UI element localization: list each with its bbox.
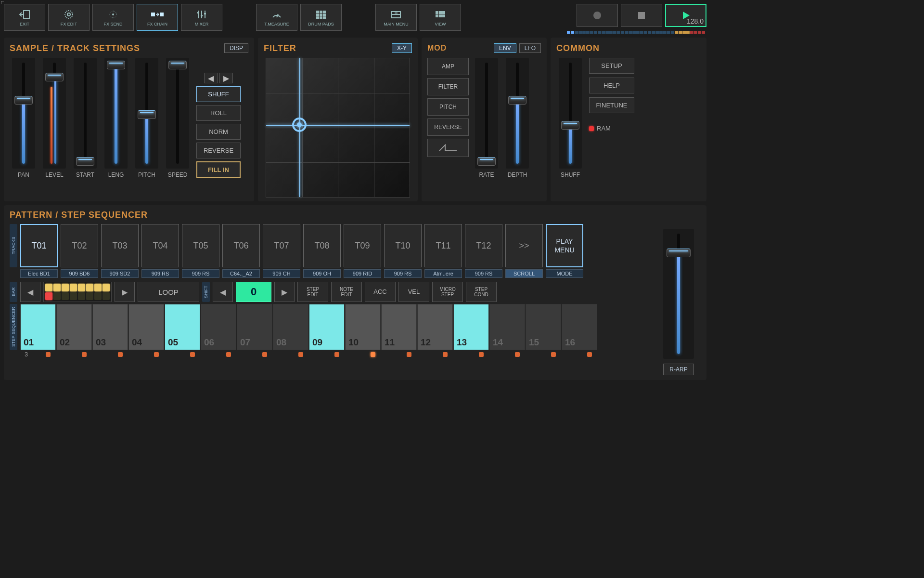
record-button[interactable] (577, 4, 618, 27)
step-button-03[interactable]: 03 (92, 304, 128, 350)
track-name: 909 BD6 (61, 269, 98, 278)
view-grid-icon (435, 8, 446, 21)
pitch-slider[interactable] (135, 58, 158, 169)
mode-label[interactable]: MODE (546, 269, 583, 278)
step-button-15[interactable]: 15 (526, 304, 561, 350)
fx-edit-button[interactable]: FX EDIT (48, 4, 90, 31)
mod-reverse-button[interactable]: REVERSE (427, 118, 469, 136)
shift-prev-button[interactable]: ◀ (213, 282, 233, 302)
reverse-button[interactable]: REVERSE (196, 143, 241, 158)
step-edit-button[interactable]: STEPEDIT (297, 282, 328, 302)
svg-rect-17 (316, 13, 319, 16)
level-slider[interactable] (43, 58, 66, 169)
rarp-button[interactable]: R-ARP (663, 364, 694, 375)
svg-rect-30 (439, 14, 442, 17)
step-cond-button[interactable]: STEPCOND (466, 282, 497, 302)
shift-next-button[interactable]: ▶ (274, 282, 295, 302)
step-button-05[interactable]: 05 (165, 304, 200, 350)
step-button-12[interactable]: 12 (417, 304, 453, 350)
svg-point-4 (112, 13, 114, 15)
bar-prev-button[interactable]: ◀ (20, 282, 40, 302)
common-shuff-slider[interactable] (559, 58, 582, 169)
start-slider[interactable] (74, 58, 97, 169)
play-menu-button[interactable]: PLAYMENU (546, 224, 583, 267)
track-button-t04[interactable]: T04 (141, 224, 179, 267)
track-button-t11[interactable]: T11 (424, 224, 462, 267)
fillin-button[interactable]: FILL IN (196, 161, 241, 178)
track-button-t10[interactable]: T10 (384, 224, 422, 267)
mixer-button[interactable]: MIXER (181, 4, 222, 31)
speed-slider[interactable] (166, 58, 189, 169)
filter-xy-pad[interactable] (266, 58, 410, 197)
track-button-t05[interactable]: T05 (182, 224, 219, 267)
step-button-04[interactable]: 04 (128, 304, 164, 350)
next-arrow-button[interactable]: ▶ (219, 73, 233, 83)
step-button-10[interactable]: 10 (345, 304, 381, 350)
track-button-t03[interactable]: T03 (101, 224, 139, 267)
svg-rect-28 (442, 11, 445, 14)
env-button[interactable]: ENV (494, 43, 516, 53)
step-button-16[interactable]: 16 (562, 304, 597, 350)
finetune-button[interactable]: FINETUNE (589, 97, 634, 113)
step-button-02[interactable]: 02 (56, 304, 92, 350)
setup-button[interactable]: SETUP (589, 58, 634, 74)
svg-rect-0 (24, 11, 29, 18)
bar-next-button[interactable]: ▶ (115, 282, 135, 302)
disp-button[interactable]: DISP (224, 43, 248, 53)
xy-button[interactable]: X-Y (392, 43, 412, 53)
drum-pads-button[interactable]: DRUM PADS (300, 4, 342, 31)
step-button-13[interactable]: 13 (453, 304, 489, 350)
acc-button[interactable]: ACC (365, 282, 396, 302)
mod-pitch-button[interactable]: PITCH (427, 98, 469, 116)
help-button[interactable]: HELP (589, 78, 634, 93)
step-button-08[interactable]: 08 (273, 304, 308, 350)
mod-saw-button[interactable] (427, 139, 469, 157)
step-button-01[interactable]: 01 (20, 304, 56, 350)
micro-step-button[interactable]: MICROSTEP (432, 282, 463, 302)
track-button-t08[interactable]: T08 (303, 224, 341, 267)
mod-filter-button[interactable]: FILTER (427, 78, 469, 95)
lfo-button[interactable]: LFO (519, 43, 541, 53)
gauge-icon (271, 8, 282, 21)
fx-send-button[interactable]: FX SEND (92, 4, 134, 31)
track-button-t02[interactable]: T02 (61, 224, 98, 267)
tmeasure-button[interactable]: T.MEASURE (256, 4, 297, 31)
more-tracks-button[interactable]: >> (505, 224, 543, 267)
track-button-t01[interactable]: T01 (20, 224, 58, 267)
stop-button[interactable] (621, 4, 662, 27)
bar-led-grid[interactable] (43, 282, 112, 302)
main-menu-button[interactable]: MAIN MENU (375, 4, 417, 31)
shuff-button[interactable]: SHUFF (196, 86, 241, 102)
svg-rect-19 (323, 13, 326, 16)
rate-slider[interactable] (475, 58, 498, 169)
step-button-09[interactable]: 09 (309, 304, 345, 350)
step-button-14[interactable]: 14 (489, 304, 525, 350)
norm-button[interactable]: NORM (196, 124, 241, 140)
track-button-t09[interactable]: T09 (344, 224, 381, 267)
seq-main-slider[interactable] (663, 229, 694, 359)
step-button-06[interactable]: 06 (201, 304, 236, 350)
pan-slider[interactable] (12, 58, 35, 169)
step-led-icon (82, 352, 87, 357)
prev-arrow-button[interactable]: ◀ (204, 73, 218, 83)
track-button-t12[interactable]: T12 (465, 224, 502, 267)
bar-label: BAR (10, 282, 17, 302)
track-button-t06[interactable]: T06 (222, 224, 260, 267)
track-button-t07[interactable]: T07 (263, 224, 300, 267)
depth-slider[interactable] (506, 58, 529, 169)
step-led-icon (190, 352, 195, 357)
play-button[interactable]: 128.0 (665, 4, 706, 27)
view-button[interactable]: VIEW (420, 4, 461, 31)
step-button-11[interactable]: 11 (381, 304, 417, 350)
fx-chain-button[interactable]: FX CHAIN (137, 4, 178, 31)
scroll-label[interactable]: SCROLL (505, 269, 543, 278)
mod-amp-button[interactable]: AMP (427, 58, 469, 75)
loop-button[interactable]: LOOP (138, 282, 199, 302)
step-button-07[interactable]: 07 (237, 304, 272, 350)
exit-button[interactable]: EXIT (4, 4, 45, 31)
length-slider[interactable] (104, 58, 128, 169)
exit-icon (19, 8, 30, 21)
note-edit-button[interactable]: NOTEEDIT (331, 282, 362, 302)
vel-button[interactable]: VEL (398, 282, 429, 302)
roll-button[interactable]: ROLL (196, 105, 241, 121)
